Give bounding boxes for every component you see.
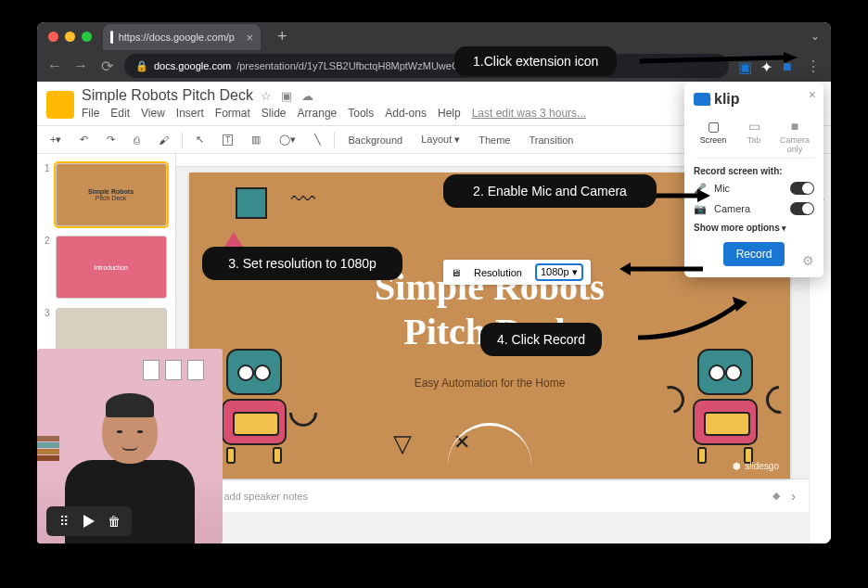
doc-title[interactable]: Simple Robots Pitch Deck	[82, 87, 253, 104]
mic-toggle[interactable]	[790, 182, 814, 195]
decor-square	[236, 187, 267, 219]
record-mode-tabs: ▢Screen ▭Tab ■Camera only	[694, 115, 814, 159]
star-icon[interactable]: ☆	[261, 89, 272, 103]
svg-marker-3	[697, 189, 710, 202]
last-edit-link[interactable]: Last edit was 3 hours...	[472, 107, 586, 120]
arrow-2	[655, 187, 710, 204]
forward-button[interactable]: →	[72, 58, 89, 74]
image-tool[interactable]: ▥	[246, 132, 266, 147]
klip-brand: klip	[694, 91, 814, 108]
arrow-1	[640, 52, 798, 70]
annotation-3: 3. Set resolution to 1080p	[202, 247, 402, 280]
close-window-icon[interactable]	[48, 32, 58, 42]
maximize-window-icon[interactable]	[82, 32, 92, 42]
svg-marker-5	[619, 262, 631, 275]
close-tab-icon[interactable]: ×	[246, 31, 253, 45]
menu-help[interactable]: Help	[438, 107, 461, 120]
svg-marker-1	[784, 52, 798, 63]
record-with-label: Record screen with:	[694, 166, 814, 176]
select-tool[interactable]: ↖	[190, 132, 210, 147]
arrow-4	[638, 297, 749, 343]
tab-title: https://docs.google.com/p	[119, 32, 235, 43]
layout-button[interactable]: Layout ▾	[415, 132, 466, 147]
slidesgo-credit: ⬢slidesgo	[733, 461, 779, 471]
background-button[interactable]: Background	[342, 133, 408, 147]
camera-row: 📷 Camera	[694, 202, 814, 215]
line-tool[interactable]: ╲	[309, 132, 326, 147]
play-icon[interactable]	[83, 515, 95, 528]
chrome-menu-icon[interactable]: ⋮	[805, 58, 822, 75]
print-button[interactable]: ⎙	[128, 133, 146, 147]
notes-next-icon[interactable]: ›	[791, 489, 796, 504]
paint-format-button[interactable]: 🖌	[153, 133, 174, 147]
show-more-options[interactable]: Show more options	[694, 223, 814, 233]
delete-icon[interactable]: 🗑	[104, 511, 124, 531]
klip-logo-icon	[694, 93, 710, 106]
slides-logo-icon[interactable]	[46, 91, 74, 119]
speaker-notes[interactable]: ‹ k to add speaker notes ◆ ›	[176, 479, 809, 512]
monitor-icon: 🖥	[451, 267, 461, 278]
cloud-status-icon[interactable]: ☁	[301, 89, 313, 103]
tabs-menu-icon[interactable]: ⌄	[811, 30, 820, 43]
camera-label: Camera	[714, 203, 783, 214]
camera-icon: 📷	[694, 203, 707, 215]
thumbnail-1[interactable]: Simple RobotsPitch Deck	[56, 163, 167, 226]
menu-view[interactable]: View	[141, 107, 165, 120]
arrow-3	[619, 262, 703, 276]
menu-file[interactable]: File	[82, 107, 99, 120]
undo-button[interactable]: ↶	[74, 132, 94, 147]
mode-camera-only[interactable]: ■Camera only	[775, 115, 814, 158]
record-button[interactable]: Record	[723, 242, 785, 266]
slide-subtitle: Easy Automation for the Home	[415, 377, 566, 390]
resolution-select[interactable]: 1080p ▾	[535, 263, 583, 281]
mic-label: Mic	[714, 183, 783, 194]
new-slide-button[interactable]: +▾	[45, 132, 67, 147]
decor-zigzag	[291, 198, 328, 213]
tab-favicon	[110, 31, 113, 44]
webcam-controls: ⠿ 🗑	[46, 506, 132, 536]
bookshelf	[37, 436, 59, 462]
minimize-window-icon[interactable]	[65, 32, 75, 42]
settings-gear-icon[interactable]: ⚙	[802, 253, 814, 268]
mode-tab[interactable]: ▭Tab	[734, 115, 773, 158]
annotation-4: 4. Click Record	[480, 323, 602, 356]
menu-arrange[interactable]: Arrange	[298, 107, 338, 120]
svg-line-0	[640, 58, 784, 61]
wall-photos	[143, 360, 204, 380]
menu-tools[interactable]: Tools	[348, 107, 374, 120]
back-button[interactable]: ←	[46, 58, 63, 74]
window-controls[interactable]	[48, 32, 92, 42]
shape-tool[interactable]: ◯▾	[274, 132, 301, 147]
new-tab-button[interactable]: +	[277, 27, 287, 46]
menu-addons[interactable]: Add-ons	[385, 107, 427, 120]
menu-slide[interactable]: Slide	[262, 107, 287, 120]
annotation-2: 2. Enable Mic and Camera	[443, 174, 657, 208]
mic-row: 🎤 Mic	[694, 182, 814, 195]
popup-close-icon[interactable]: ×	[809, 87, 816, 102]
thumbnail-2[interactable]: Introduction	[56, 236, 167, 299]
theme-button[interactable]: Theme	[473, 133, 516, 147]
camera-toggle[interactable]	[790, 202, 814, 215]
drag-handle-icon[interactable]: ⠿	[54, 511, 74, 531]
reload-button[interactable]: ⟳	[98, 58, 115, 75]
menu-bar: File Edit View Insert Format Slide Arran…	[82, 107, 678, 125]
menu-edit[interactable]: Edit	[110, 107, 130, 120]
robot-illustration-right	[679, 349, 772, 469]
explore-button[interactable]: ◆	[772, 490, 780, 502]
browser-tab[interactable]: https://docs.google.com/p ×	[103, 24, 261, 50]
mode-screen[interactable]: ▢Screen	[694, 115, 733, 158]
redo-button[interactable]: ↷	[101, 132, 121, 147]
resolution-bar: 🖥 Resolution 1080p ▾	[443, 260, 591, 285]
decor-caret: ▽	[393, 429, 412, 458]
textbox-tool[interactable]: 🅃	[217, 133, 238, 147]
url-host: docs.google.com	[154, 60, 231, 71]
menu-insert[interactable]: Insert	[176, 107, 204, 120]
klip-extension-popup: × klip ▢Screen ▭Tab ■Camera only Record …	[684, 82, 823, 277]
menu-format[interactable]: Format	[215, 107, 250, 120]
resolution-label: Resolution	[474, 267, 522, 278]
annotation-1: 1.Click extension icon	[454, 46, 617, 76]
url-field[interactable]: 🔒 docs.google.com /presentation/d/1y7LSB…	[124, 54, 729, 78]
titlebar: https://docs.google.com/p × + ⌄	[37, 22, 831, 50]
transition-button[interactable]: Transition	[524, 133, 580, 147]
move-icon[interactable]: ▣	[281, 89, 292, 103]
